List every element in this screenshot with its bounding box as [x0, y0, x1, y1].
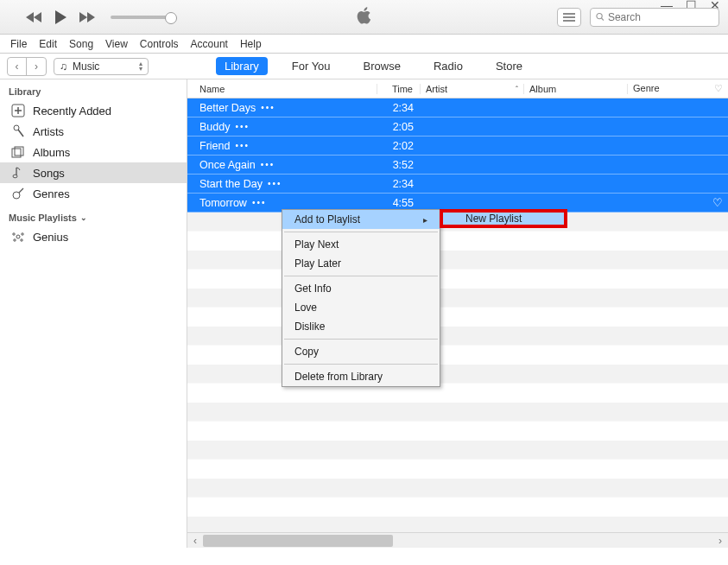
scroll-right-arrow[interactable]: ›	[712, 535, 728, 547]
sidebar-item-label: Genius	[33, 231, 68, 244]
sidebar-item-label: Genres	[33, 187, 70, 200]
genius-icon	[10, 229, 26, 244]
volume-slider[interactable]	[111, 16, 171, 19]
empty-row	[187, 327, 728, 346]
sidebar-item-label: Songs	[33, 167, 65, 180]
sidebar-header-library: Library	[0, 83, 187, 100]
menu-controls[interactable]: Controls	[140, 38, 179, 50]
scroll-left-arrow[interactable]: ‹	[187, 535, 203, 547]
menu-file[interactable]: File	[10, 38, 27, 50]
song-row[interactable]: Once Again•••3:52	[187, 156, 728, 175]
svg-point-16	[21, 239, 22, 241]
previous-button[interactable]	[24, 7, 45, 28]
guitar-icon	[10, 186, 26, 201]
empty-row	[187, 498, 728, 517]
ctx-separator	[284, 339, 438, 340]
nav-tabs: Library For You Browse Radio Store	[216, 57, 531, 75]
title-right-tools	[557, 8, 719, 27]
search-input[interactable]	[608, 11, 713, 23]
svg-point-0	[597, 13, 602, 18]
media-type-dropdown[interactable]: ♫ Music ▴▾	[54, 58, 149, 75]
empty-row	[187, 251, 728, 270]
empty-row	[187, 479, 728, 498]
ctx-delete[interactable]: Delete from Library	[282, 367, 440, 386]
submenu-new-playlist[interactable]: New Playlist	[440, 209, 567, 228]
ctx-love[interactable]: Love	[282, 298, 440, 317]
column-genre[interactable]: Genre♡	[628, 83, 728, 94]
empty-row	[187, 365, 728, 384]
more-icon[interactable]: •••	[235, 122, 250, 131]
empty-row	[187, 384, 728, 403]
menu-help[interactable]: Help	[240, 38, 262, 50]
tab-library[interactable]: Library	[216, 57, 268, 75]
nav-back-button[interactable]: ‹	[8, 58, 27, 75]
ctx-dislike[interactable]: Dislike	[282, 317, 440, 336]
ctx-copy[interactable]: Copy	[282, 342, 440, 361]
apple-logo-icon	[356, 5, 373, 29]
nav-arrows: ‹ ›	[7, 57, 47, 76]
ctx-play-later[interactable]: Play Later	[282, 254, 440, 273]
ctx-separator	[284, 232, 438, 232]
sidebar-albums[interactable]: Albums	[0, 142, 187, 162]
svg-point-10	[13, 192, 20, 199]
play-button[interactable]	[50, 7, 71, 28]
sidebar-recently-added[interactable]: Recently Added	[0, 100, 187, 121]
menu-view[interactable]: View	[105, 38, 128, 50]
heart-column-icon: ♡	[709, 83, 728, 94]
tab-store[interactable]: Store	[487, 57, 531, 75]
dropdown-label: Music	[73, 60, 99, 73]
song-rows: Better Days•••2:34 Buddy•••2:05 Friend••…	[187, 98, 728, 548]
song-row[interactable]: Buddy•••2:05	[187, 117, 728, 136]
heart-icon[interactable]: ♡	[712, 196, 723, 209]
menubar: File Edit Song View Controls Account Hel…	[0, 35, 728, 54]
navbar: ‹ › ♫ Music ▴▾ Library For You Browse Ra…	[0, 54, 728, 79]
scroll-thumb[interactable]	[203, 535, 393, 547]
ctx-get-info[interactable]: Get Info	[282, 279, 440, 298]
sidebar-songs[interactable]: Songs	[0, 162, 187, 183]
column-name[interactable]: Name	[187, 84, 377, 94]
sidebar: Library Recently Added Artists Albums So…	[0, 79, 187, 548]
search-icon	[596, 12, 605, 22]
tab-radio[interactable]: Radio	[425, 57, 472, 75]
list-view-button[interactable]	[557, 8, 581, 27]
menu-song[interactable]: Song	[69, 38, 93, 50]
empty-row	[187, 346, 728, 365]
tab-for-you[interactable]: For You	[283, 57, 339, 75]
more-icon[interactable]: •••	[235, 141, 250, 150]
more-icon[interactable]: •••	[268, 179, 282, 188]
song-row[interactable]: Friend•••2:02	[187, 136, 728, 156]
context-menu: Add to Playlist▸ Play Next Play Later Ge…	[282, 209, 440, 387]
column-artist[interactable]: Artistˆ	[421, 84, 524, 94]
menu-account[interactable]: Account	[191, 38, 228, 50]
sort-arrow-icon: ˆ	[516, 85, 518, 93]
more-icon[interactable]: •••	[252, 198, 267, 207]
sidebar-genres[interactable]: Genres	[0, 183, 187, 204]
music-note-icon: ♫	[60, 60, 67, 73]
horizontal-scrollbar[interactable]: ‹ ›	[187, 532, 728, 548]
ctx-play-next[interactable]: Play Next	[282, 235, 440, 254]
albums-icon	[10, 144, 26, 160]
music-note-icon	[10, 165, 26, 181]
song-row[interactable]: Better Days•••2:34	[187, 98, 728, 117]
tab-browse[interactable]: Browse	[355, 57, 409, 75]
ctx-separator	[284, 364, 438, 365]
empty-row	[187, 270, 728, 289]
next-button[interactable]	[76, 7, 97, 28]
svg-line-6	[18, 130, 23, 136]
sidebar-genius[interactable]: Genius	[0, 226, 187, 247]
empty-row	[187, 403, 728, 422]
song-row[interactable]: Start the Day•••2:34	[187, 175, 728, 194]
chevron-updown-icon: ▴▾	[139, 61, 142, 72]
nav-forward-button[interactable]: ›	[27, 58, 46, 75]
microphone-icon	[10, 124, 26, 139]
more-icon[interactable]: •••	[261, 103, 275, 112]
search-box[interactable]	[590, 8, 719, 27]
more-icon[interactable]: •••	[261, 160, 275, 169]
column-album[interactable]: Album	[524, 84, 628, 94]
column-headers: Name Time Artistˆ Album Genre♡	[187, 79, 728, 98]
column-time[interactable]: Time	[377, 84, 421, 94]
sidebar-header-playlists[interactable]: Music Playlists ⌄	[0, 204, 187, 226]
menu-edit[interactable]: Edit	[39, 38, 57, 50]
sidebar-artists[interactable]: Artists	[0, 121, 187, 142]
ctx-add-to-playlist[interactable]: Add to Playlist▸	[282, 210, 440, 229]
